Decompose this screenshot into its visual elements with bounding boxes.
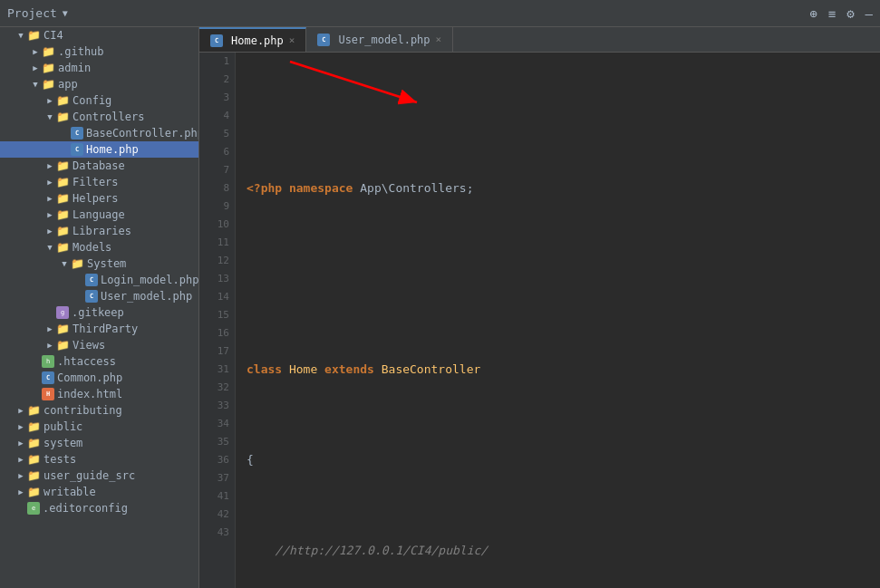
title-bar-left: Project ▼ xyxy=(7,6,68,20)
sidebar-item-system-sub[interactable]: 📁 System xyxy=(0,255,198,272)
sidebar-item-tests[interactable]: 📁 tests xyxy=(0,451,198,468)
sidebar-label-app: app xyxy=(58,78,78,91)
sidebar-item-homephp[interactable]: C Home.php xyxy=(0,141,198,158)
title-bar: Project ▼ ⊕ ≡ ⚙ — xyxy=(0,0,880,27)
sidebar-label-ci4: CI4 xyxy=(44,29,63,42)
tree-arrow-writable xyxy=(15,487,27,496)
sidebar-label-htaccess: .htaccess xyxy=(57,355,116,368)
sidebar-item-libraries[interactable]: 📁 Libraries xyxy=(0,223,198,239)
sidebar-item-writable[interactable]: 📁 writable xyxy=(0,484,198,500)
tree-arrow-userguide xyxy=(15,471,27,480)
line-num-4: 4 xyxy=(199,107,229,125)
line-num-6: 6 xyxy=(199,143,229,161)
sidebar-label-system-sub: System xyxy=(87,257,126,270)
folder-icon-writable: 📁 xyxy=(27,486,41,498)
sidebar-item-app[interactable]: 📁 app xyxy=(0,76,198,92)
sidebar-label-tests: tests xyxy=(44,453,76,466)
tree-arrow-filters xyxy=(44,178,56,187)
line-num-3: 3 xyxy=(199,89,229,107)
sidebar-item-commonphp[interactable]: C Common.php xyxy=(0,370,198,386)
sidebar-item-controllers[interactable]: 📁 Controllers xyxy=(0,109,198,125)
folder-icon-public: 📁 xyxy=(27,420,41,433)
sidebar-label-usermodel: User_model.php xyxy=(101,290,192,303)
sidebar-item-loginmodel[interactable]: C Login_model.php xyxy=(0,272,198,288)
svg-line-1 xyxy=(290,62,417,102)
sidebar-item-database[interactable]: 📁 Database xyxy=(0,158,198,174)
sidebar-item-contributing[interactable]: 📁 contributing xyxy=(0,402,198,419)
toolbar-icon-minimize[interactable]: — xyxy=(865,6,873,21)
toolbar-icon-settings[interactable]: ⚙ xyxy=(846,6,854,21)
sidebar-item-thirdparty[interactable]: 📁 ThirdParty xyxy=(0,321,198,337)
line-numbers: 1 2 3 4 5 6 7 8 9 10 11 12 13 14 15 16 1… xyxy=(199,53,236,588)
sidebar-item-htaccess[interactable]: h .htaccess xyxy=(0,353,198,370)
tree-arrow-contributing xyxy=(15,406,27,415)
sidebar-label-system: system xyxy=(44,437,82,449)
sidebar-item-models[interactable]: 📁 Models xyxy=(0,239,198,255)
sidebar-item-ci4[interactable]: 📁 CI4 xyxy=(0,27,198,43)
tree-arrow-language xyxy=(44,210,56,219)
php-icon-commonphp: C xyxy=(42,371,54,384)
tab-homephp[interactable]: C Home.php × xyxy=(199,27,306,52)
tree-arrow-libraries xyxy=(44,227,56,236)
line-num-15: 15 xyxy=(199,306,229,324)
tree-arrow-views xyxy=(44,341,56,350)
folder-icon-system-sub: 📁 xyxy=(71,257,84,270)
line-num-12: 12 xyxy=(199,252,229,270)
sidebar-label-config: Config xyxy=(73,94,111,107)
sidebar-label-controllers: Controllers xyxy=(73,111,144,123)
folder-icon-views: 📁 xyxy=(56,339,70,352)
sidebar-label-database: Database xyxy=(73,159,125,172)
tab-usermodel[interactable]: C User_model.php × xyxy=(306,27,453,52)
sidebar-item-usermodel[interactable]: C User_model.php xyxy=(0,288,198,304)
folder-icon-app: 📁 xyxy=(42,78,55,91)
sidebar-item-filters[interactable]: 📁 Filters xyxy=(0,174,198,190)
sidebar-item-admin[interactable]: 📁 admin xyxy=(0,60,198,76)
sidebar-item-helpers[interactable]: 📁 Helpers xyxy=(0,190,198,207)
line-num-36: 36 xyxy=(199,451,229,469)
code-line-2 xyxy=(247,270,880,288)
sidebar-item-editorconfig[interactable]: e .editorconfig xyxy=(0,500,198,516)
sidebar-item-config[interactable]: 📁 Config xyxy=(0,92,198,109)
sidebar-item-github[interactable]: 📁 .github xyxy=(0,43,198,60)
sidebar-item-views[interactable]: 📁 Views xyxy=(0,337,198,353)
folder-icon-config: 📁 xyxy=(56,94,70,107)
tree-arrow-controllers xyxy=(44,112,56,121)
sidebar-item-indexhtml[interactable]: H index.html xyxy=(0,386,198,402)
tab-close-usermodel[interactable]: × xyxy=(436,34,442,45)
tree-arrow-config xyxy=(44,96,56,105)
php-icon-loginmodel: C xyxy=(85,274,98,286)
line-num-31: 31 xyxy=(199,361,229,379)
folder-icon-models: 📁 xyxy=(56,241,70,254)
toolbar-icons: ⊕ ≡ ⚙ — xyxy=(809,6,873,21)
sidebar-item-gitkeep[interactable]: g .gitkeep xyxy=(0,304,198,321)
line-num-7: 7 xyxy=(199,161,229,179)
project-dropdown-arrow[interactable]: ▼ xyxy=(63,8,68,18)
sidebar-label-indexhtml: index.html xyxy=(57,388,122,400)
line-num-37: 37 xyxy=(199,469,229,487)
line-num-41: 41 xyxy=(199,487,229,506)
tree-arrow-thirdparty xyxy=(44,324,56,333)
php-icon-tab-home: C xyxy=(210,34,223,47)
line-num-33: 33 xyxy=(199,397,229,415)
sidebar-item-language[interactable]: 📁 Language xyxy=(0,207,198,223)
toolbar-icon-sync[interactable]: ⊕ xyxy=(809,6,817,21)
line-num-9: 9 xyxy=(199,198,229,216)
sidebar-item-public[interactable]: 📁 public xyxy=(0,419,198,435)
line-num-32: 32 xyxy=(199,379,229,397)
php-icon-home: C xyxy=(71,143,83,156)
tab-close-homephp[interactable]: × xyxy=(289,34,295,46)
php-icon-usermodel: C xyxy=(85,290,98,303)
toolbar-icon-list[interactable]: ≡ xyxy=(828,6,836,21)
tree-arrow-admin xyxy=(29,63,42,72)
sidebar-label-language: Language xyxy=(73,208,125,221)
tree-arrow-system xyxy=(15,439,27,448)
code-editor[interactable]: 1 2 3 4 5 6 7 8 9 10 11 12 13 14 15 16 1… xyxy=(199,53,880,588)
sidebar-label-filters: Filters xyxy=(73,176,119,188)
line-num-13: 13 xyxy=(199,270,229,288)
sidebar-item-basecontroller[interactable]: C BaseController.php xyxy=(0,125,198,141)
sidebar-item-system[interactable]: 📁 system xyxy=(0,435,198,451)
tab-label-usermodel: User_model.php xyxy=(338,34,430,46)
tab-bar: C Home.php × C User_model.php × xyxy=(199,27,880,53)
sidebar-item-userguide[interactable]: 📁 user_guide_src xyxy=(0,468,198,484)
folder-icon-contributing: 📁 xyxy=(27,404,41,417)
